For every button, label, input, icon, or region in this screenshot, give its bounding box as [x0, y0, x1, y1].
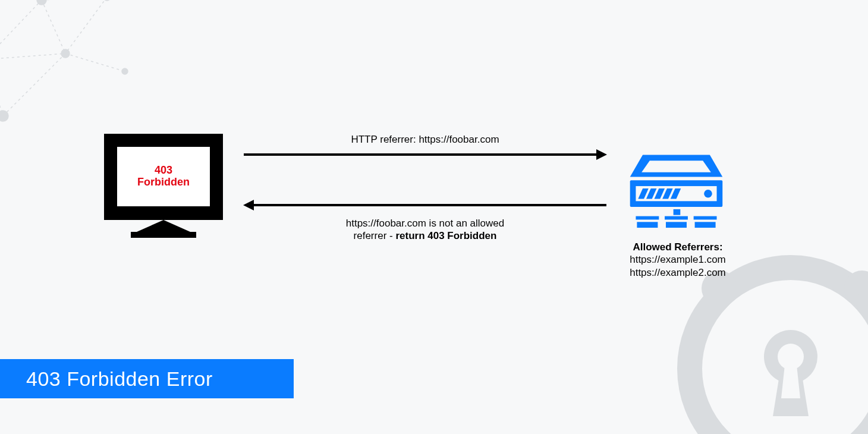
svg-point-1: [37, 0, 46, 5]
monitor-frame: 403 Forbidden: [104, 134, 223, 220]
svg-rect-23: [688, 216, 694, 221]
diagram-title-bar: 403 Forbidden Error: [0, 359, 294, 398]
svg-point-7: [690, 268, 868, 434]
response-line1: https://foobar.com is not an allowed: [346, 218, 505, 229]
allowed-referrers-caption: Allowed Referrers: https://example1.com …: [603, 241, 752, 279]
svg-point-2: [103, 0, 111, 1]
svg-rect-18: [636, 216, 716, 220]
diagram-title: 403 Forbidden Error: [26, 367, 213, 391]
svg-point-12: [764, 330, 817, 383]
response-line2-prefix: referrer -: [354, 230, 396, 241]
svg-rect-20: [666, 222, 687, 228]
allowed-referrer-1: https://example1.com: [630, 254, 726, 265]
svg-point-13: [778, 344, 804, 370]
svg-point-4: [61, 49, 70, 58]
allowed-referrer-2: https://example2.com: [630, 267, 726, 278]
network-mesh-decor: [0, 0, 190, 143]
svg-rect-21: [695, 222, 716, 228]
svg-point-6: [122, 68, 128, 74]
svg-rect-17: [674, 209, 681, 215]
svg-point-16: [704, 190, 712, 198]
svg-rect-19: [637, 222, 658, 228]
response-label: https://foobar.com is not an allowed ref…: [244, 217, 606, 243]
client-error-text: 403 Forbidden: [137, 165, 190, 188]
server-icon: [624, 125, 728, 229]
svg-rect-9: [692, 294, 731, 333]
monitor-stand: [137, 220, 190, 244]
monitor-screen: 403 Forbidden: [117, 147, 210, 206]
svg-rect-22: [659, 216, 665, 221]
error-code: 403: [155, 164, 172, 176]
request-label: HTTP referrer: https://foobar.com: [244, 134, 606, 146]
svg-rect-11: [853, 291, 868, 329]
svg-point-10: [844, 271, 868, 306]
svg-point-5: [0, 111, 8, 121]
allowed-referrers-header: Allowed Referrers:: [603, 241, 752, 253]
response-line2-bold: return 403 Forbidden: [395, 230, 496, 241]
error-word: Forbidden: [137, 176, 190, 188]
diagram-stage: 403 Forbidden HTTP referrer: https://foo…: [0, 0, 868, 434]
client-monitor-icon: 403 Forbidden: [104, 134, 223, 253]
